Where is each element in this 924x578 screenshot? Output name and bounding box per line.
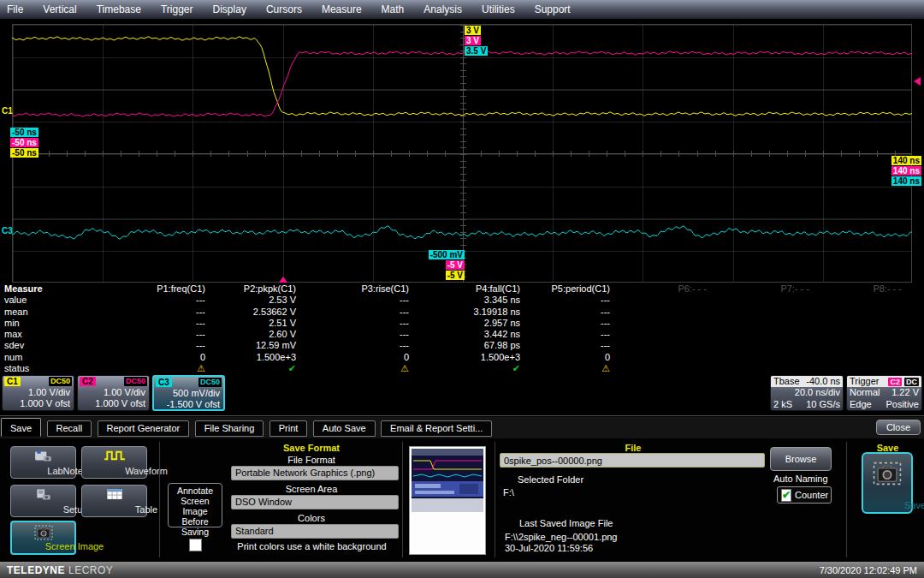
preview-waveform-image <box>412 449 483 512</box>
measure-header-p6[interactable]: P6:- - - <box>612 283 708 295</box>
row-label: value <box>0 295 94 306</box>
save-now-label: Save Now <box>902 500 924 510</box>
trigger-level-marker[interactable] <box>914 77 921 86</box>
cell: 0 <box>94 352 207 363</box>
save-now-button[interactable]: Save Now <box>862 452 913 514</box>
channel-c1-box[interactable]: C1 DC50 1.00 V/div 1.000 V ofst <box>2 375 74 411</box>
c1-trace-marker[interactable]: C1 <box>2 107 13 116</box>
table-button[interactable]: Table <box>81 485 147 517</box>
cursor-left-c3-label: -50 ns <box>10 128 38 137</box>
cursor-bottom-c2-label: -5 V <box>446 260 465 270</box>
check-icon: ✔ <box>207 363 298 374</box>
tab-save[interactable]: Save <box>1 418 41 437</box>
trigger-type: Edge <box>850 399 872 411</box>
menu-cursors[interactable]: Cursors <box>266 3 302 15</box>
preview-white-area <box>412 512 483 552</box>
counter-option[interactable]: ✔ Counter <box>777 486 832 504</box>
measure-row-mean: mean --- 2.53662 V --- 3.19918 ns --- <box>0 307 924 318</box>
warning-icon: ⚠ <box>522 363 612 374</box>
timebase-box[interactable]: Tbase -40.0 ns 20.0 ns/div 2 kS 10 GS/s <box>770 375 844 411</box>
cell: 67.98 ps <box>411 340 522 351</box>
measure-row-max: max --- 2.60 V --- 3.442 ns --- <box>0 329 924 340</box>
cell: 0 <box>522 352 612 363</box>
measure-header-p2[interactable]: P2:pkpk(C1) <box>207 283 298 295</box>
timebase-delay: -40.0 ns <box>806 376 840 387</box>
waveform-grid[interactable] <box>12 24 912 283</box>
measure-header-p4[interactable]: P4:fall(C1) <box>411 283 522 295</box>
waveform-label: Waveform <box>115 466 179 476</box>
menu-support[interactable]: Support <box>535 3 571 15</box>
c3-trace-marker[interactable]: C3 <box>2 227 13 235</box>
trigger-time-marker[interactable] <box>279 277 287 283</box>
menu-measure[interactable]: Measure <box>322 3 362 15</box>
counter-checkbox[interactable]: ✔ <box>781 489 791 502</box>
screen-area-dropdown[interactable]: DSO Window <box>231 495 399 509</box>
last-saved-time: 30-Jul-2020 11:59:56 <box>505 543 593 553</box>
menu-vertical[interactable]: Vertical <box>43 3 76 15</box>
waveform-button[interactable]: Waveform <box>81 446 147 479</box>
labnotebook-button[interactable]: LabNotebook <box>10 446 76 479</box>
measure-header-p5[interactable]: P5:period(C1) <box>522 283 612 295</box>
cell: 2.957 ns <box>411 318 522 329</box>
divider <box>402 442 403 557</box>
menu-utilities[interactable]: Utilities <box>482 3 515 15</box>
cell: --- <box>298 340 411 351</box>
tab-report-generator[interactable]: Report Generator <box>98 420 190 437</box>
menu-timebase[interactable]: Timebase <box>97 3 141 15</box>
c2-offset: 1.000 V ofst <box>78 398 149 409</box>
measure-row-value: value --- 2.53 V --- 3.345 ns --- <box>0 295 924 306</box>
menu-analysis[interactable]: Analysis <box>424 3 462 15</box>
menu-bar: File Vertical Timebase Trigger Display C… <box>0 0 924 19</box>
measure-header-p3[interactable]: P3:rise(C1) <box>298 283 411 295</box>
filename-input[interactable] <box>500 453 765 468</box>
tab-recall[interactable]: Recall <box>47 420 92 437</box>
divider <box>846 442 847 557</box>
trigger-box[interactable]: Trigger C2 DC Normal 1.22 V Edge Positiv… <box>846 375 922 411</box>
trigger-level: 1.22 V <box>891 387 919 399</box>
tab-file-sharing[interactable]: File Sharing <box>195 420 264 437</box>
cursor-top-c3-label: 3.5 V <box>465 46 488 56</box>
close-button[interactable]: Close <box>876 420 921 435</box>
brand-bold: TELEDYNE <box>7 564 65 576</box>
file-format-label: File Format <box>231 455 392 465</box>
setup-button[interactable]: Setup <box>10 485 76 517</box>
c3-scale: 500 mV/div <box>154 388 223 399</box>
menu-file[interactable]: File <box>7 3 23 15</box>
measure-header-p8[interactable]: P8:- - - <box>811 283 903 295</box>
channel-c2-box[interactable]: C2 DC50 1.00 V/div 1.000 V ofst <box>77 375 150 411</box>
channel-c3-box[interactable]: C3 DC50 500 mV/div -1.500 V ofst <box>152 375 225 411</box>
c2-badge: C2 <box>80 377 96 386</box>
browse-button[interactable]: Browse <box>770 447 832 471</box>
cell: --- <box>94 340 207 351</box>
cell: --- <box>298 329 411 340</box>
cell: --- <box>298 295 411 306</box>
measure-header-row: Measure P1:freq(C1) P2:pkpk(C1) P3:rise(… <box>0 283 924 295</box>
tab-email-report[interactable]: Email & Report Setti... <box>381 420 492 437</box>
menu-trigger[interactable]: Trigger <box>161 3 193 15</box>
brand-light: LECROY <box>68 564 113 576</box>
tab-print[interactable]: Print <box>270 420 308 437</box>
measure-row-min: min --- 2.51 V --- 2.957 ns --- <box>0 318 924 329</box>
trigger-slope: Positive <box>886 399 919 411</box>
cursor-bottom-c3-label: -500 mV <box>429 250 465 259</box>
colors-label: Colors <box>231 513 392 523</box>
cell: --- <box>94 329 207 340</box>
measure-header-p1[interactable]: P1:freq(C1) <box>94 283 207 295</box>
measure-header-p7[interactable]: P7:- - - <box>708 283 811 295</box>
row-label: status <box>0 363 94 374</box>
annotate-label: Annotate Screen Image Before Saving <box>177 486 213 537</box>
cell: 1.500e+3 <box>411 352 522 363</box>
menu-math[interactable]: Math <box>382 3 405 15</box>
cell: 1.500e+3 <box>207 352 298 363</box>
colors-dropdown[interactable]: Standard <box>231 524 399 539</box>
timebase-rate: 10 GS/s <box>806 399 840 411</box>
file-format-dropdown[interactable]: Portable Network Graphics (.png) <box>231 466 399 480</box>
cell: --- <box>94 307 207 318</box>
menu-display[interactable]: Display <box>213 3 246 15</box>
annotate-checkbox[interactable] <box>189 539 202 551</box>
annotate-option[interactable]: Annotate Screen Image Before Saving <box>168 483 222 527</box>
tab-auto-save[interactable]: Auto Save <box>313 420 376 437</box>
camera-icon <box>873 461 902 490</box>
screen-image-button[interactable]: Screen Image <box>10 521 76 555</box>
cell: --- <box>522 340 612 351</box>
